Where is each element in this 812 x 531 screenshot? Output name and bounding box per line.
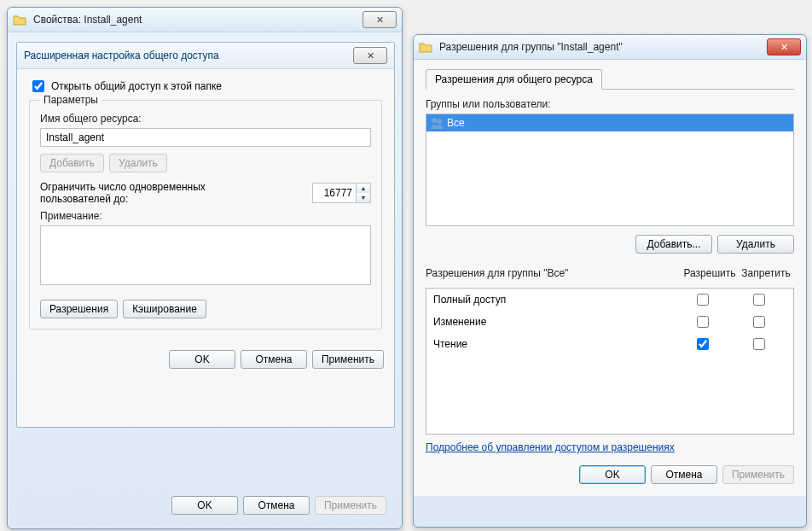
parameters-legend: Параметры bbox=[40, 94, 102, 106]
caching-button[interactable]: Кэширование bbox=[123, 300, 206, 318]
spinner-down[interactable]: ▼ bbox=[357, 193, 370, 202]
comment-label: Примечание: bbox=[40, 210, 371, 222]
share-name-input[interactable] bbox=[40, 128, 371, 147]
permissions-window: Разрешения для группы "Install_agent" ✕ … bbox=[413, 34, 807, 528]
tab-share-permissions[interactable]: Разрешения для общего ресурса bbox=[426, 69, 602, 90]
ok-button[interactable]: OK bbox=[169, 350, 235, 369]
list-item[interactable]: Все bbox=[426, 114, 793, 131]
add-share-button: Добавить bbox=[40, 154, 104, 172]
permissions-title: Разрешения для группы "Install_agent" bbox=[436, 41, 767, 53]
limit-users-input[interactable] bbox=[313, 184, 356, 202]
perm-name: Изменение bbox=[433, 316, 674, 328]
groups-users-label: Группы или пользователи: bbox=[426, 98, 794, 110]
perm-allow-checkbox[interactable] bbox=[697, 338, 709, 350]
ok-button[interactable]: OK bbox=[579, 465, 646, 484]
column-deny: Запретить bbox=[738, 267, 794, 279]
ok-button[interactable]: OK bbox=[171, 496, 238, 515]
cancel-button[interactable]: Отмена bbox=[651, 465, 717, 484]
groups-listbox[interactable]: Все bbox=[426, 114, 794, 226]
properties-titlebar[interactable]: Свойства: Install_agent ✕ bbox=[8, 8, 402, 32]
users-icon bbox=[430, 116, 444, 130]
apply-button: Применить bbox=[722, 465, 794, 484]
tab-strip: Разрешения для общего ресурса bbox=[426, 68, 794, 90]
perm-allow-checkbox[interactable] bbox=[697, 294, 709, 306]
add-user-button[interactable]: Добавить... bbox=[635, 235, 712, 254]
close-button[interactable]: ✕ bbox=[362, 11, 397, 28]
share-folder-checkbox[interactable] bbox=[32, 80, 44, 92]
limit-users-spinner[interactable]: ▲ ▼ bbox=[312, 183, 371, 203]
perm-deny-checkbox[interactable] bbox=[753, 316, 765, 328]
advanced-sharing-title: Расширенная настройка общего доступа bbox=[24, 50, 353, 61]
permissions-button[interactable]: Разрешения bbox=[40, 300, 118, 318]
table-row: Полный доступ bbox=[426, 289, 793, 311]
comment-textarea[interactable] bbox=[40, 225, 371, 285]
table-row: Чтение bbox=[426, 333, 793, 355]
perm-name: Чтение bbox=[433, 338, 674, 350]
close-button[interactable]: ✕ bbox=[353, 47, 387, 64]
perm-deny-checkbox[interactable] bbox=[753, 294, 765, 306]
table-row: Изменение bbox=[426, 311, 793, 333]
share-name-label: Имя общего ресурса: bbox=[40, 113, 371, 125]
share-folder-label: Открыть общий доступ к этой папке bbox=[51, 80, 222, 92]
list-item-label: Все bbox=[447, 117, 465, 129]
cancel-button[interactable]: Отмена bbox=[243, 496, 310, 515]
folder-icon bbox=[13, 14, 26, 26]
cancel-button[interactable]: Отмена bbox=[241, 350, 307, 369]
permissions-for-label: Разрешения для группы "Все" bbox=[426, 267, 682, 279]
perm-deny-checkbox[interactable] bbox=[753, 338, 765, 350]
close-button[interactable]: ✕ bbox=[767, 38, 801, 55]
learn-more-link[interactable]: Подробнее об управлении доступом и разре… bbox=[426, 441, 675, 453]
permissions-titlebar[interactable]: Разрешения для группы "Install_agent" ✕ bbox=[414, 35, 806, 60]
parameters-group: Параметры Имя общего ресурса: Добавить У… bbox=[29, 100, 382, 330]
advanced-sharing-titlebar[interactable]: Расширенная настройка общего доступа ✕ bbox=[17, 43, 394, 69]
properties-window: Свойства: Install_agent ✕ Расширенная на… bbox=[7, 7, 403, 529]
svg-point-1 bbox=[437, 119, 442, 124]
column-allow: Разрешить bbox=[682, 267, 738, 279]
svg-point-0 bbox=[432, 118, 437, 123]
spinner-up[interactable]: ▲ bbox=[357, 184, 370, 193]
limit-users-label: Ограничить число одновременных пользоват… bbox=[40, 181, 262, 205]
perm-name: Полный доступ bbox=[433, 294, 674, 306]
properties-title: Свойства: Install_agent bbox=[30, 14, 362, 26]
perm-allow-checkbox[interactable] bbox=[697, 316, 709, 328]
folder-icon bbox=[419, 41, 432, 53]
remove-user-button[interactable]: Удалить bbox=[717, 235, 794, 254]
apply-button: Применить bbox=[315, 496, 386, 515]
permissions-table: Полный доступ Изменение Чтение bbox=[426, 288, 794, 435]
advanced-sharing-dialog: Расширенная настройка общего доступа ✕ О… bbox=[16, 42, 395, 428]
apply-button[interactable]: Применить bbox=[312, 350, 384, 369]
remove-share-button: Удалить bbox=[109, 154, 167, 172]
